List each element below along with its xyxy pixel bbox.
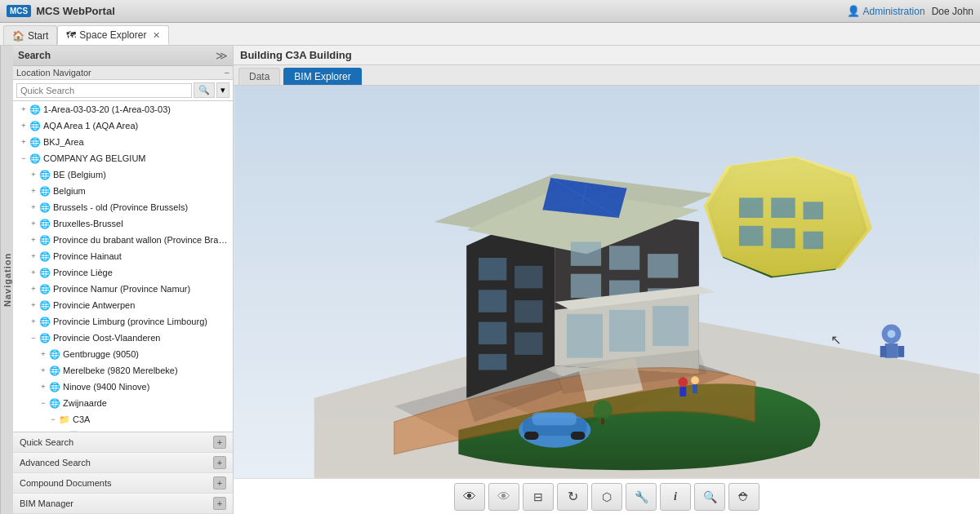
tree-expand-icon[interactable]: +: [28, 315, 39, 328]
tree-expand-icon[interactable]: −: [47, 413, 59, 426]
tree-item[interactable]: +🌐Province Hainaut: [13, 248, 233, 264]
svg-rect-31: [771, 197, 795, 218]
panel-header: Search ≫: [13, 46, 233, 66]
tree-expand-icon[interactable]: +: [28, 201, 39, 214]
search-dropdown-btn[interactable]: ▾: [216, 82, 229, 98]
tree-expand-icon[interactable]: +: [18, 103, 29, 116]
tree-item[interactable]: +🌐Belgium: [13, 183, 233, 199]
tree-expand-icon[interactable]: +: [28, 184, 39, 197]
rotate-btn[interactable]: ↻: [557, 483, 588, 511]
split-view-btn[interactable]: ⊟: [523, 483, 554, 511]
tree-expand-icon[interactable]: +: [38, 380, 49, 393]
right-panel: Building C3A Building Data BIM Explorer: [234, 46, 980, 514]
helmet-icon: ⛑: [738, 490, 750, 503]
tree-item[interactable]: +🌐Province Liège: [13, 264, 233, 281]
admin-label[interactable]: Administration: [863, 6, 925, 17]
tree-item[interactable]: +🌐BKJ_Area: [13, 134, 233, 150]
tree-item[interactable]: +🌐AQA Area 1 (AQA Area): [13, 117, 233, 134]
info-icon: i: [674, 490, 677, 503]
tree-item[interactable]: +🌐Provincie Antwerpen: [13, 297, 233, 313]
tree-item[interactable]: +🌐BE (Belgium): [13, 166, 233, 183]
tree-expand-icon[interactable]: +: [28, 250, 39, 263]
tree-expand-icon[interactable]: +: [38, 364, 49, 377]
tree-expand-icon[interactable]: +: [28, 168, 39, 181]
cube-view-btn[interactable]: ⬡: [591, 483, 622, 511]
svg-rect-40: [653, 306, 688, 346]
location-label: Location Navigator: [16, 68, 225, 78]
search-input[interactable]: [16, 83, 192, 98]
safety-btn[interactable]: ⛑: [728, 483, 760, 511]
tree-item-icon: 🌐: [49, 397, 60, 410]
tree-container[interactable]: +🌐1-Area-03-03-20 (1-Area-03-03)+🌐AQA Ar…: [13, 101, 233, 432]
tree-item-icon: 🌐: [29, 103, 41, 116]
show-hide-btn[interactable]: 👁: [454, 483, 485, 511]
tab-space-explorer[interactable]: 🗺 Space Explorer ✕: [57, 25, 169, 45]
tree-item[interactable]: −🌐Zwijnaarde: [13, 395, 233, 411]
svg-rect-57: [601, 418, 604, 424]
tree-item-icon: 🌐: [39, 282, 51, 295]
tree-expand-icon[interactable]: +: [18, 119, 29, 132]
bottom-item-expand-btn[interactable]: +: [213, 476, 226, 490]
tree-expand-icon[interactable]: +: [38, 348, 49, 361]
tree-item[interactable]: −🌐Provincie Oost-Vlaanderen: [13, 330, 233, 346]
toggle-visibility-btn[interactable]: 👁: [488, 483, 519, 511]
bottom-item-expand-btn[interactable]: +: [213, 436, 226, 449]
search-button[interactable]: 🔍: [194, 82, 215, 98]
tree-expand-icon[interactable]: +: [28, 266, 39, 279]
tree-expand-icon[interactable]: +: [28, 299, 39, 312]
components-btn[interactable]: 🔧: [626, 483, 657, 511]
tree-item-icon: 📁: [59, 413, 70, 426]
tab-bim-explorer[interactable]: BIM Explorer: [283, 68, 361, 85]
tree-item[interactable]: +🌐Bruxelles-Brussel: [13, 215, 233, 232]
bottom-panel-item[interactable]: BIM Manager+: [13, 494, 233, 514]
tree-item-label: Province Hainaut: [53, 250, 122, 263]
tree-item-icon: 🌐: [39, 201, 51, 214]
tree-item[interactable]: +🌐Provincie Limburg (province Limbourg): [13, 313, 233, 330]
location-collapse-btn[interactable]: −: [225, 68, 229, 78]
bim-view[interactable]: ↖: [234, 86, 980, 478]
info-btn[interactable]: i: [660, 483, 691, 511]
svg-rect-15: [571, 241, 601, 265]
tree-item[interactable]: −🌐COMPANY AG BELGIUM: [13, 150, 233, 166]
svg-rect-44: [524, 432, 539, 440]
panel-collapse-btn[interactable]: ≫: [216, 49, 228, 62]
tab-data[interactable]: Data: [238, 68, 280, 85]
svg-point-54: [888, 330, 896, 338]
tab-close-icon[interactable]: ✕: [153, 30, 160, 41]
svg-point-46: [678, 377, 688, 387]
tree-item-label: Zwijnaarde: [63, 397, 107, 410]
svg-rect-18: [609, 246, 639, 269]
main-layout: Navigation Search ≫ Location Navigator −…: [0, 46, 980, 514]
search-view-btn[interactable]: 🔍: [694, 483, 725, 511]
bottom-panel-item[interactable]: Compound Documents+: [13, 473, 233, 494]
bottom-panel-item[interactable]: Quick Search+: [13, 432, 233, 453]
tree-expand-icon[interactable]: +: [28, 233, 39, 246]
tree-expand-icon[interactable]: −: [28, 331, 39, 344]
tree-item[interactable]: +🌐Brussels - old (Province Brussels): [13, 199, 233, 215]
tree-item[interactable]: +🌐Province Namur (Province Namur): [13, 281, 233, 297]
svg-rect-52: [880, 346, 887, 357]
tree-item[interactable]: +🌐Gentbrugge (9050): [13, 346, 233, 362]
svg-rect-43: [532, 413, 577, 426]
bottom-item-expand-btn[interactable]: +: [213, 497, 226, 510]
topbar: MCS MCS WebPortal 👤 Administration Doe J…: [0, 0, 980, 23]
svg-rect-38: [567, 314, 603, 358]
svg-rect-53: [898, 346, 904, 357]
tree-item[interactable]: −📁C3A: [13, 411, 233, 428]
tree-item[interactable]: +🌐Merelbeke (9820 Merelbeke): [13, 362, 233, 379]
tree-item[interactable]: +🌐Province du brabant wallon (Province B…: [13, 232, 233, 248]
bottom-panel-item[interactable]: Advanced Search+: [13, 453, 233, 473]
svg-rect-35: [804, 232, 824, 250]
tree-expand-icon[interactable]: −: [18, 152, 29, 165]
tree-expand-icon[interactable]: +: [28, 217, 39, 230]
view-toolbar: 👁 👁 ⊟ ↻ ⬡ 🔧 i 🔍 ⛑: [234, 478, 980, 514]
tree-item-label: Provincie Limburg (province Limbourg): [53, 315, 207, 328]
tree-item[interactable]: +🌐1-Area-03-03-20 (1-Area-03-03): [13, 101, 233, 117]
bottom-item-expand-btn[interactable]: +: [213, 456, 226, 469]
tree-expand-icon[interactable]: +: [28, 282, 39, 295]
tab-start[interactable]: 🏠 Start: [3, 25, 57, 45]
tree-expand-icon[interactable]: +: [18, 135, 29, 148]
bottom-item-label: BIM Manager: [20, 498, 74, 508]
tree-expand-icon[interactable]: −: [38, 397, 49, 410]
tree-item[interactable]: +🌐Ninove (9400 Ninove): [13, 379, 233, 395]
